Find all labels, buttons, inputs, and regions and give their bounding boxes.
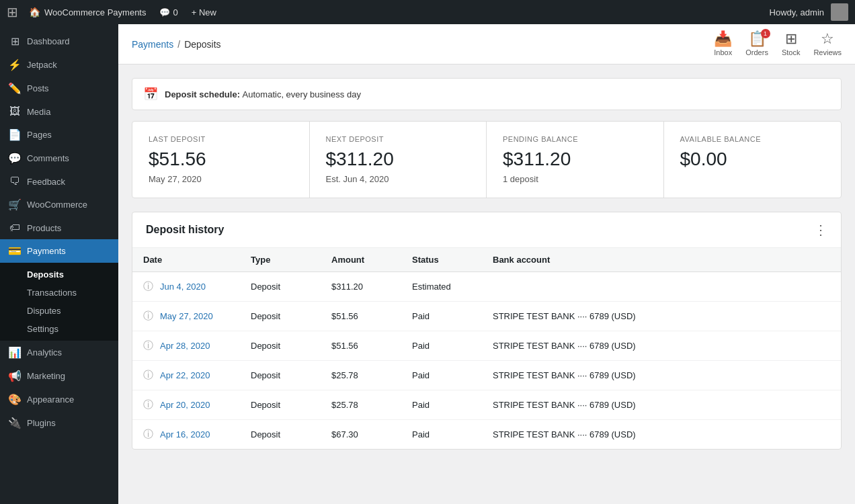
deposit-schedule-text: Deposit schedule: Automatic, every busin… — [165, 89, 361, 99]
th-bank: Bank account — [482, 248, 841, 272]
stock-icon-wrap: ⊞ — [785, 32, 797, 46]
info-icon[interactable]: ⓘ — [143, 428, 153, 441]
info-icon[interactable]: ⓘ — [143, 398, 153, 411]
td-date: ⓘApr 28, 2020 — [132, 331, 240, 361]
stat-next-deposit-sub: Est. Jun 4, 2020 — [326, 174, 471, 184]
woocommerce-icon: 🛒 — [8, 198, 22, 211]
pages-icon: 📄 — [8, 128, 22, 141]
sidebar-item-posts[interactable]: ✏️ Posts — [0, 77, 118, 100]
sidebar-item-appearance[interactable]: 🎨 Appearance — [0, 388, 118, 411]
deposit-history-title: Deposit history — [146, 224, 224, 236]
td-status: Paid — [401, 420, 482, 450]
content-area: Payments / Deposits 📥 Inbox 📋 1 Orders — [118, 24, 855, 504]
plugins-icon: 🔌 — [8, 417, 22, 429]
submenu-deposits[interactable]: Deposits — [0, 265, 118, 284]
sidebar-label-dashboard: Dashboard — [27, 36, 70, 46]
submenu-disputes[interactable]: Disputes — [0, 302, 118, 320]
date-link[interactable]: Jun 4, 2020 — [160, 282, 206, 292]
td-amount: $51.56 — [321, 302, 401, 331]
td-status: Paid — [401, 302, 482, 331]
deposit-history-card: Deposit history ⋮ Date Type Amount Statu… — [132, 212, 842, 450]
toolbar-stock[interactable]: ⊞ Stock — [782, 32, 801, 56]
td-amount: $51.56 — [321, 331, 401, 361]
sidebar-item-media[interactable]: 🖼 Media — [0, 100, 118, 123]
info-icon[interactable]: ⓘ — [143, 339, 153, 352]
breadcrumb-parent-link[interactable]: Payments — [132, 39, 173, 50]
stat-next-deposit-label: NEXT DEPOSIT — [326, 135, 471, 143]
sidebar-item-feedback[interactable]: 🗨 Feedback — [0, 170, 118, 193]
posts-icon: ✏️ — [8, 82, 22, 95]
toolbar-orders[interactable]: 📋 1 Orders — [745, 32, 768, 56]
info-icon[interactable]: ⓘ — [143, 280, 153, 293]
marketing-icon: 📢 — [8, 370, 22, 382]
sidebar-item-payments[interactable]: 💳 Payments — [0, 239, 118, 263]
sidebar-label-woocommerce: WooCommerce — [27, 200, 87, 210]
more-options-button[interactable]: ⋮ — [814, 223, 827, 237]
sidebar-item-analytics[interactable]: 📊 Analytics — [0, 341, 118, 364]
sidebar-item-pages[interactable]: 📄 Pages — [0, 123, 118, 146]
td-status: Paid — [401, 361, 482, 390]
sidebar-item-dashboard[interactable]: ⊞ Dashboard — [0, 30, 118, 53]
top-toolbar: Payments / Deposits 📥 Inbox 📋 1 Orders — [118, 24, 855, 65]
wp-logo-icon: ⊞ — [7, 4, 18, 20]
sidebar-item-marketing[interactable]: 📢 Marketing — [0, 364, 118, 388]
stat-available-balance-value: $0.00 — [680, 149, 825, 170]
td-type: Deposit — [240, 272, 321, 302]
deposit-table-body: ⓘJun 4, 2020Deposit$311.20EstimatedⓘMay … — [132, 272, 841, 450]
date-link[interactable]: Apr 22, 2020 — [160, 370, 210, 380]
th-status: Status — [401, 248, 482, 272]
sidebar-label-media: Media — [27, 107, 50, 117]
breadcrumb-separator: / — [177, 39, 180, 50]
new-label: + New — [192, 7, 216, 17]
td-date: ⓘJun 4, 2020 — [132, 272, 240, 302]
dashboard-icon: ⊞ — [8, 35, 22, 48]
comment-bubble-icon: 💬 — [159, 7, 170, 17]
td-bank: STRIPE TEST BANK ···· 6789 (USD) — [482, 420, 841, 450]
sidebar-item-jetpack[interactable]: ⚡ Jetpack — [0, 53, 118, 77]
admin-bar-site[interactable]: 🏠 WooCommerce Payments — [22, 7, 153, 17]
page-content: 📅 Deposit schedule: Automatic, every bus… — [118, 65, 855, 463]
deposit-history-header: Deposit history ⋮ — [132, 212, 841, 248]
toolbar-inbox[interactable]: 📥 Inbox — [714, 32, 732, 56]
info-icon[interactable]: ⓘ — [143, 310, 153, 323]
toolbar-reviews[interactable]: ☆ Reviews — [813, 32, 842, 56]
reviews-label: Reviews — [813, 48, 842, 56]
td-type: Deposit — [240, 361, 321, 390]
sidebar-label-feedback: Feedback — [27, 177, 65, 187]
stat-pending-balance-sub: 1 deposit — [503, 174, 647, 184]
submenu-settings[interactable]: Settings — [0, 320, 118, 338]
td-type: Deposit — [240, 420, 321, 450]
date-link[interactable]: May 27, 2020 — [160, 311, 213, 321]
admin-bar-new[interactable]: + New — [185, 7, 223, 17]
breadcrumb: Payments / Deposits — [132, 39, 221, 50]
table-row: ⓘApr 16, 2020Deposit$67.30PaidSTRIPE TES… — [132, 420, 841, 450]
sidebar-label-pages: Pages — [27, 130, 52, 140]
admin-bar: ⊞ 🏠 WooCommerce Payments 💬 0 + New Howdy… — [0, 0, 855, 24]
sidebar-item-plugins[interactable]: 🔌 Plugins — [0, 411, 118, 435]
th-type: Type — [240, 248, 321, 272]
td-bank — [482, 272, 841, 302]
sidebar-item-comments[interactable]: 💬 Comments — [0, 146, 118, 170]
sidebar-item-woocommerce[interactable]: 🛒 WooCommerce — [0, 193, 118, 216]
date-link[interactable]: Apr 16, 2020 — [160, 429, 210, 439]
howdy-text: Howdy, admin — [770, 7, 824, 17]
td-date: ⓘApr 22, 2020 — [132, 361, 240, 390]
sidebar-label-comments: Comments — [27, 153, 69, 163]
info-icon[interactable]: ⓘ — [143, 369, 153, 382]
stat-available-balance: AVAILABLE BALANCE $0.00 — [664, 122, 842, 198]
td-amount: $25.78 — [321, 361, 401, 390]
stat-last-deposit-sub: May 27, 2020 — [149, 174, 293, 184]
sidebar-label-posts: Posts — [27, 83, 49, 93]
breadcrumb-current: Deposits — [184, 39, 220, 50]
payments-submenu: Deposits Transactions Disputes Settings — [0, 263, 118, 341]
sidebar-item-products[interactable]: 🏷 Products — [0, 216, 118, 239]
reviews-icon-wrap: ☆ — [821, 32, 834, 46]
stat-pending-balance-label: PENDING BALANCE — [503, 135, 647, 143]
date-link[interactable]: Apr 20, 2020 — [160, 400, 210, 410]
sidebar-label-products: Products — [27, 223, 61, 233]
admin-bar-comments[interactable]: 💬 0 — [153, 7, 184, 17]
submenu-transactions[interactable]: Transactions — [0, 284, 118, 302]
date-link[interactable]: Apr 28, 2020 — [160, 341, 210, 351]
deposit-table: Date Type Amount Status Bank account ⓘJu… — [132, 248, 841, 449]
jetpack-icon: ⚡ — [8, 58, 22, 71]
